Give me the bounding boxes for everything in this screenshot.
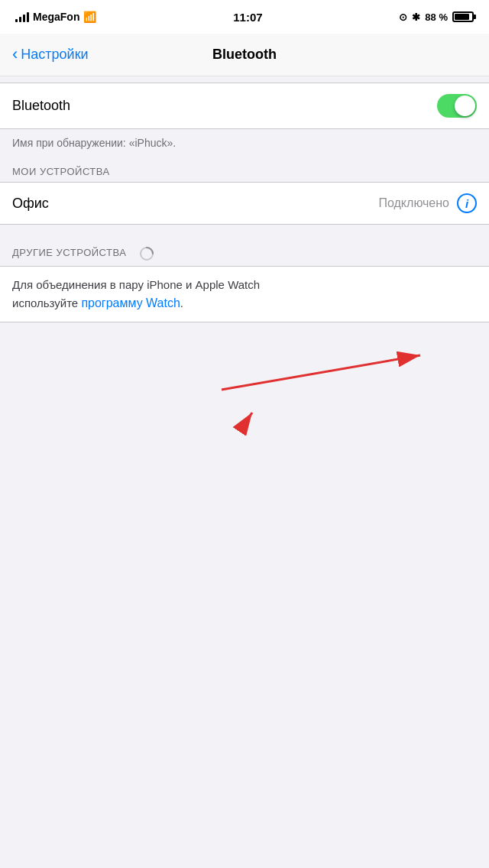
watch-text-1: Для объединения в пару iPhone и Apple Wa… [12,278,260,291]
signal-bar-3 [23,15,25,22]
signal-bar-2 [19,17,21,22]
toggle-thumb [455,96,475,116]
bluetooth-section: Bluetooth [0,83,489,129]
wifi-icon: 📶 [83,11,96,23]
signal-bar-4 [27,12,29,22]
bluetooth-status-icon: ✱ [412,11,420,23]
settings-content: Bluetooth Имя при обнаружении: «iPhuck».… [0,83,489,322]
battery-percent: 88 % [425,11,448,23]
discovery-text: Имя при обнаружении: «iPhuck». [0,129,489,160]
battery-icon [452,11,474,22]
watch-info: Для объединения в пару iPhone и Apple Wa… [0,266,489,322]
svg-line-3 [244,413,252,424]
bluetooth-row: Bluetooth [0,83,489,128]
nav-bar: ‹ Настройки Bluetooth [0,34,489,76]
device-info-button[interactable]: i [457,193,477,213]
status-left: MegaFon 📶 [15,11,96,23]
status-right: ⊙ ✱ 88 % [399,11,474,23]
loading-spinner [139,246,154,261]
watch-link[interactable]: программу Watch [81,296,180,309]
battery-fill [455,14,469,20]
svg-line-2 [222,355,420,390]
nav-title: Bluetooth [212,47,277,63]
bluetooth-label: Bluetooth [12,98,70,114]
my-devices-header: МОИ УСТРОЙСТВА [0,160,489,182]
bluetooth-toggle[interactable] [437,94,477,118]
other-devices-section: ДРУГИЕ УСТРОЙСТВА Для объединения в пару… [0,240,489,322]
watch-text-2: используйте [12,296,81,309]
watch-text-end: . [180,296,183,309]
status-time: 11:07 [233,11,262,24]
my-devices-section: МОИ УСТРОЙСТВА Офис Подключено i [0,160,489,225]
device-row-ofis: Офис Подключено i [0,182,489,225]
back-label: Настройки [21,47,88,63]
back-chevron-icon: ‹ [12,46,18,63]
back-button[interactable]: ‹ Настройки [12,47,89,63]
other-devices-header: ДРУГИЕ УСТРОЙСТВА [0,240,489,266]
device-name: Офис [12,196,49,212]
signal-bars [15,11,29,22]
location-icon: ⊙ [399,11,407,23]
carrier-name: MegaFon [33,11,79,23]
signal-bar-1 [15,19,18,22]
device-right: Подключено i [378,193,477,213]
status-bar: MegaFon 📶 11:07 ⊙ ✱ 88 % [0,0,489,34]
device-status: Подключено [378,196,449,210]
